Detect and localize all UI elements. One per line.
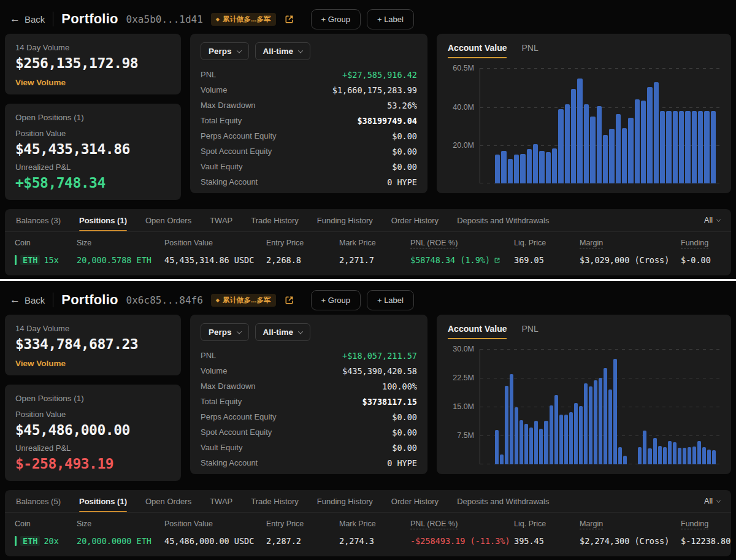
chart-bar (604, 368, 607, 464)
column-header-margin[interactable]: Margin (580, 520, 681, 528)
coin-cell[interactable]: ETH 20x (15, 536, 77, 546)
add-label-button[interactable]: + Label (367, 290, 414, 310)
open-positions-card: Open Positions (1) Position Value $45,48… (5, 385, 181, 481)
volume-card: 14 Day Volume $256,135,172.98 View Volum… (5, 34, 181, 94)
stat-row-perps-account-equity: Perps Account Equity$0.00 (201, 409, 417, 424)
portfolio-section: ← Back Portfolio 0x6c85...84f6 ◆ 累计做多...… (0, 279, 736, 560)
long-indicator-bar (15, 255, 17, 265)
account-stats-card: Perps All-time PNL+$27,585,916.42Volume$… (190, 34, 427, 193)
add-group-button[interactable]: + Group (311, 9, 361, 29)
y-axis-tick: 40.0M (453, 103, 474, 112)
filter-dropdown[interactable]: All (704, 209, 720, 231)
chart-tab-account-value[interactable]: Account Value (448, 324, 507, 339)
tab-twap[interactable]: TWAP (210, 209, 232, 231)
perps-dropdown[interactable]: Perps (201, 323, 249, 341)
chart-bar (628, 118, 633, 183)
time-range-dropdown[interactable]: All-time (255, 323, 311, 341)
coin-cell[interactable]: ETH 15x (15, 255, 77, 265)
tab-positions-1[interactable]: Positions (1) (79, 209, 127, 231)
column-header-position-value: Position Value (164, 520, 266, 528)
chart-tabs: Account ValuePNL (445, 43, 720, 58)
column-header-margin[interactable]: Margin (580, 239, 681, 247)
stat-label: Spot Account Equity (201, 428, 272, 437)
column-header-mark-price: Mark Price (339, 239, 410, 247)
positions-table: CoinSizePosition ValueEntry PriceMark Pr… (5, 513, 731, 556)
tab-deposits-and-withdrawals[interactable]: Deposits and Withdrawals (457, 490, 549, 512)
stat-label: PNL (201, 70, 216, 79)
liq-price-cell: 369.05 (514, 255, 580, 265)
tab-funding-history[interactable]: Funding History (317, 490, 373, 512)
column-header-funding[interactable]: Funding (681, 520, 721, 528)
back-button[interactable]: ← Back (10, 13, 45, 25)
column-header-pnl-roe[interactable]: PNL (ROE %) (410, 239, 514, 247)
chart-bar (505, 386, 508, 464)
stat-value: $0.00 (392, 147, 417, 156)
chart-bar (711, 111, 716, 183)
tab-open-orders[interactable]: Open Orders (145, 490, 191, 512)
chart-bar (698, 111, 703, 183)
y-axis-tick: 7.5M (457, 431, 474, 440)
perps-dropdown[interactable]: Perps (201, 42, 249, 60)
tab-order-history[interactable]: Order History (391, 209, 439, 231)
chart-bar (707, 450, 711, 464)
coin-symbol: ETH (20, 536, 40, 546)
chart-bar (658, 446, 662, 464)
pnl-external-link-icon[interactable] (494, 257, 500, 264)
tab-twap[interactable]: TWAP (210, 490, 232, 512)
column-header-funding[interactable]: Funding (681, 239, 721, 247)
chevron-down-icon (716, 217, 721, 221)
external-link-icon[interactable] (284, 295, 294, 305)
chart-bar (683, 448, 686, 464)
stat-label: Vault Equity (201, 162, 242, 171)
stat-row-volume: Volume$1,660,175,283.99 (201, 82, 417, 98)
section-header: ← Back Portfolio 0xa5b0...1d41 ◆ 累计做多...… (5, 0, 731, 31)
stat-row-pnl: PNL+$18,057,211.57 (201, 348, 417, 363)
chart-bars (495, 68, 716, 183)
stat-label: Vault Equity (201, 443, 242, 452)
column-header-pnl-roe[interactable]: PNL (ROE %) (410, 520, 514, 528)
chart-tab-pnl[interactable]: PNL (521, 324, 538, 339)
tab-positions-1[interactable]: Positions (1) (79, 490, 127, 512)
view-volume-link[interactable]: View Volume (15, 78, 66, 87)
chart-bar (519, 420, 523, 464)
tab-open-orders[interactable]: Open Orders (145, 209, 191, 231)
stat-row-spot-account-equity: Spot Account Equity$0.00 (201, 424, 417, 440)
address-label-badge[interactable]: ◆ 累计做多...多军 (211, 294, 276, 307)
tab-balances-5[interactable]: Balances (5) (16, 490, 61, 512)
chart-tab-pnl[interactable]: PNL (521, 43, 538, 58)
chart-tab-account-value[interactable]: Account Value (448, 43, 507, 58)
tab-trade-history[interactable]: Trade History (251, 490, 299, 512)
chart-bar (515, 407, 518, 464)
chart-bar (495, 430, 499, 464)
address-label-badge[interactable]: ◆ 累计做多...多军 (211, 13, 276, 26)
header-divider (53, 293, 53, 307)
add-label-button[interactable]: + Label (367, 9, 414, 29)
chart-bar (712, 450, 716, 464)
chart-bar (692, 447, 696, 464)
position-value-label: Position Value (15, 410, 171, 419)
stat-label: Perps Account Equity (201, 131, 277, 140)
view-volume-link[interactable]: View Volume (15, 359, 66, 368)
tab-deposits-and-withdrawals[interactable]: Deposits and Withdrawals (457, 209, 549, 231)
summary-row: 14 Day Volume $334,784,687.23 View Volum… (5, 315, 731, 474)
portfolio-section: ← Back Portfolio 0xa5b0...1d41 ◆ 累计做多...… (0, 0, 736, 279)
external-link-icon[interactable] (284, 14, 294, 25)
chart-bar (569, 412, 573, 464)
time-range-dropdown[interactable]: All-time (255, 42, 311, 60)
tab-funding-history[interactable]: Funding History (317, 209, 373, 231)
chart-bar (653, 438, 657, 464)
tab-trade-history[interactable]: Trade History (251, 209, 299, 231)
dropdown-value: Perps (209, 47, 232, 56)
tab-balances-3[interactable]: Balances (3) (16, 209, 61, 231)
header-divider (53, 12, 53, 26)
add-group-button[interactable]: + Group (311, 290, 361, 310)
chart-bar (613, 359, 617, 464)
filter-dropdown[interactable]: All (704, 490, 720, 512)
stat-label: Volume (201, 85, 227, 94)
back-button[interactable]: ← Back (10, 294, 45, 306)
chart-bar (539, 151, 544, 183)
mark-price-cell: 2,274.3 (339, 536, 410, 546)
stat-row-vault-equity: Vault Equity$0.00 (201, 159, 417, 174)
stat-row-max-drawdown: Max Drawdown100.00% (201, 378, 417, 394)
tab-order-history[interactable]: Order History (391, 490, 439, 512)
